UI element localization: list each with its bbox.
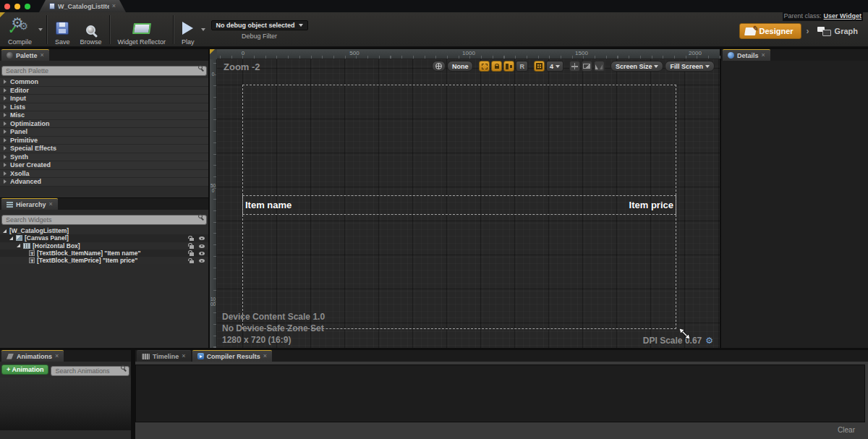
tree-expander-icon[interactable] [17, 244, 20, 247]
expander-icon[interactable] [4, 138, 7, 142]
expander-icon[interactable] [4, 163, 7, 167]
visibility-icon[interactable] [199, 244, 205, 248]
palette-category-synth[interactable]: Synth [0, 153, 208, 162]
screen-size-dropdown[interactable]: Screen Size [610, 61, 664, 72]
asset-tab[interactable]: W_CatalogListItem [39, 0, 126, 12]
raw-edit-toggle[interactable]: R [516, 61, 528, 72]
palette-category-primitive[interactable]: Primitive [0, 137, 208, 145]
tree-row-horizontal-box[interactable]: [Horizontal Box] [0, 242, 208, 250]
designer-mode-button[interactable]: Designer [739, 23, 801, 39]
clear-log-button[interactable]: Clear [838, 426, 855, 434]
design-canvas[interactable]: Zoom -2 None R 4 Screen Size Fill Screen [217, 59, 720, 348]
tab-timeline[interactable]: Timeline [137, 350, 191, 362]
close-tab-icon[interactable] [55, 353, 59, 359]
visibility-icon[interactable] [199, 236, 205, 240]
palette-category-list: Common Editor Input Lists Misc Optimizat… [0, 78, 208, 187]
animations-search-input[interactable] [51, 366, 129, 376]
globe-icon [435, 63, 442, 69]
visibility-icon[interactable] [199, 259, 205, 263]
preview-background-button[interactable] [582, 61, 592, 72]
tab-animations[interactable]: Animations [1, 350, 64, 362]
add-animation-button[interactable]: + Animation [1, 365, 48, 375]
compile-options-dropdown-icon[interactable] [38, 28, 43, 31]
palette-category-editor[interactable]: Editor [0, 87, 208, 95]
grid-size-dropdown[interactable]: 4 [546, 61, 563, 72]
lock-icon[interactable] [190, 245, 194, 249]
play-button[interactable]: Play [176, 13, 200, 46]
expander-icon[interactable] [4, 113, 7, 117]
expander-icon[interactable] [4, 171, 7, 176]
localization-preview-button[interactable] [432, 61, 446, 72]
tree-row-textblock-itemname[interactable]: [TextBlock_ItemName] "Item name" [0, 250, 208, 257]
expander-icon[interactable] [4, 88, 7, 93]
close-tab-icon[interactable] [49, 201, 53, 208]
tab-compiler-results[interactable]: Compiler Results [192, 350, 272, 362]
tab-details[interactable]: Details [723, 49, 770, 61]
palette-category-advanced[interactable]: Advanced [0, 178, 208, 187]
item-price-textblock[interactable]: Item price [629, 200, 673, 210]
expander-icon[interactable] [4, 129, 7, 134]
play-options-dropdown-icon[interactable] [201, 28, 205, 31]
maximize-window-button[interactable] [25, 4, 30, 9]
preview-none-button[interactable]: None [447, 61, 474, 72]
chevron-down-icon [654, 65, 658, 68]
compile-button[interactable]: ⚙ ⚙ ✓ Compile [3, 13, 37, 46]
close-tab-icon[interactable] [263, 353, 267, 359]
fill-screen-dropdown[interactable]: Fill Screen [665, 61, 715, 72]
close-tab-icon[interactable] [762, 52, 765, 59]
palette-category-xsolla[interactable]: Xsolla [0, 170, 208, 179]
tree-expander-icon[interactable] [9, 236, 13, 240]
widget-reflector-button[interactable]: Widget Reflector [113, 13, 171, 46]
close-tab-icon[interactable] [112, 3, 116, 9]
palette-search-input[interactable] [1, 66, 207, 76]
expander-icon[interactable] [4, 105, 7, 109]
palette-category-special-effects[interactable]: Special Effects [0, 145, 208, 153]
palette-category-misc[interactable]: Misc [0, 111, 208, 120]
tree-row-textblock-itemprice[interactable]: [TextBlock_ItemPrice] "Item price" [0, 257, 208, 264]
lock-icon[interactable] [190, 238, 194, 242]
close-tab-icon[interactable] [182, 353, 185, 359]
expander-icon[interactable] [4, 155, 7, 159]
debug-object-dropdown[interactable]: No debug object selected [211, 20, 308, 30]
graph-mode-button[interactable]: Graph [814, 24, 861, 39]
vertical-ruler: 0 500 1000 [210, 59, 217, 348]
browse-button[interactable]: Browse [75, 13, 107, 46]
hierarchy-search-input[interactable] [1, 215, 207, 225]
lock-icon[interactable] [190, 260, 194, 264]
visibility-icon[interactable] [199, 252, 205, 255]
palette-category-user-created[interactable]: User Created [0, 161, 208, 170]
dpi-settings-gear-icon[interactable]: ⚙ [705, 336, 713, 345]
close-tab-icon[interactable] [41, 52, 44, 59]
lock-widgets-toggle[interactable] [491, 61, 502, 72]
respect-locks-toggle[interactable] [503, 61, 514, 72]
tree-expander-icon[interactable] [3, 229, 7, 233]
palette-category-panel[interactable]: Panel [0, 128, 208, 137]
tab-hierarchy[interactable]: Hierarchy [1, 198, 58, 210]
expander-icon[interactable] [4, 96, 7, 101]
expander-icon[interactable] [4, 80, 7, 84]
compiler-log-output[interactable] [135, 365, 865, 422]
minimize-window-button[interactable] [14, 4, 20, 9]
lock-icon[interactable] [190, 252, 194, 256]
expander-icon[interactable] [4, 146, 7, 150]
show-outlines-toggle[interactable] [479, 61, 490, 72]
save-button[interactable]: Save [50, 13, 75, 46]
palette-category-lists[interactable]: Lists [0, 103, 208, 112]
item-name-textblock[interactable]: Item name [245, 200, 292, 210]
parent-class-link[interactable]: User Widget [824, 12, 861, 20]
main-toolbar: ⚙ ⚙ ✓ Compile Save Browse Widget Reflect… [0, 12, 868, 47]
expander-icon[interactable] [4, 179, 7, 184]
parent-class-info: Parent class:User Widget [783, 12, 863, 21]
snap-grid-toggle[interactable] [534, 61, 545, 72]
palette-category-optimization[interactable]: Optimization [0, 120, 208, 129]
transform-mode-button[interactable] [569, 61, 580, 72]
palette-category-input[interactable]: Input [0, 95, 208, 103]
tree-row-root[interactable]: [W_CatalogListItem] [0, 227, 208, 234]
expander-icon[interactable] [4, 122, 7, 126]
flip-preview-button[interactable] [594, 61, 605, 72]
close-window-button[interactable] [4, 4, 10, 9]
palette-category-common[interactable]: Common [0, 78, 208, 87]
horizontal-box-outline[interactable]: Item name Item price [242, 195, 676, 215]
tree-row-canvas-panel[interactable]: [Canvas Panel] [0, 234, 208, 242]
tab-palette[interactable]: Palette [1, 49, 49, 61]
